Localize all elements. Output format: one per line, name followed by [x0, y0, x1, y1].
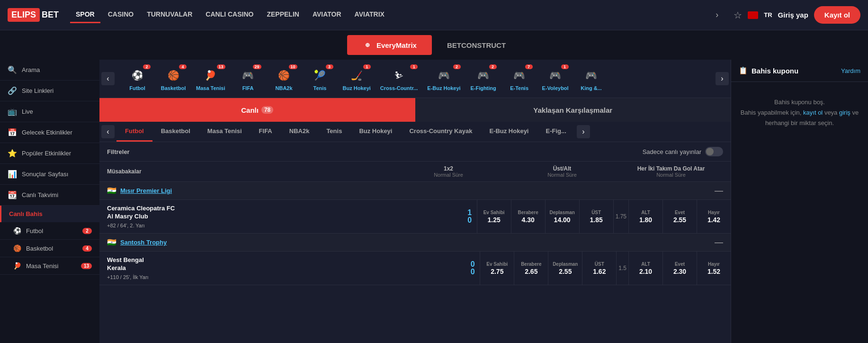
sport-icon-2[interactable]: 13🏓Masa Tenisi [192, 64, 229, 93]
nav-item-casino[interactable]: CASINO [102, 7, 139, 23]
ust-label-0: ÜST [591, 210, 601, 215]
sport-tab-futbol[interactable]: Futbol [116, 122, 152, 142]
toggle-switch[interactable] [705, 147, 723, 156]
sport-icon-0[interactable]: 2⚽Futbol [120, 64, 154, 93]
sidebar-item-sitelinks[interactable]: 🔗 Site Linkleri [0, 81, 99, 101]
sport-tab-fifa[interactable]: FIFA [251, 122, 281, 142]
sport-tab-tenis[interactable]: Tenis [318, 122, 350, 142]
basketbol-icon: 🏀 [13, 244, 21, 252]
sport-icon-badge-9: 2 [489, 64, 497, 69]
sidebar-live-label: Live [22, 108, 33, 115]
odds-berabere-0[interactable]: Berabere 4.30 [511, 200, 545, 233]
sport-tab-next-arrow[interactable]: › [577, 125, 590, 138]
betslip-register-link[interactable]: kayıt ol [803, 109, 823, 116]
nav-item-aviatrix[interactable]: AVIATRIX [349, 7, 390, 23]
league-0-name[interactable]: Mısır Premier Ligi [120, 187, 172, 194]
provider-tab-betconstruct[interactable]: BETCONSTRUCT [432, 36, 521, 54]
sport-icon-label-5: Tenis [313, 85, 327, 91]
nav-item-canli-casino[interactable]: CANLI CASINO [200, 7, 259, 23]
sport-icon-badge-3: 29 [253, 64, 261, 69]
nav-item-turnuvalar[interactable]: TURNUVALAR [141, 7, 198, 23]
provider-tab-everymatrix[interactable]: ⊕ EveryMatrix [347, 35, 432, 55]
sport-icon-4[interactable]: 10🏀NBA2k [267, 64, 301, 93]
language-label[interactable]: TR [764, 11, 772, 18]
sport-icon-8[interactable]: 2🎮E-Buz Hokeyi [423, 64, 464, 93]
sport-icon-emoji-7: ⛷ [390, 66, 408, 84]
sidebar-sitelinks-label: Site Linkleri [22, 87, 54, 94]
sport-icon-11[interactable]: 1🎮E-Voleybol [538, 64, 573, 93]
league-1-name[interactable]: Santosh Trophy [120, 239, 167, 246]
sidebar-item-results[interactable]: 📊 Sonuçlar Sayfası [0, 164, 99, 185]
sport-icon-10[interactable]: 7🎮E-Tenis [502, 64, 537, 93]
sport-icon-badge-6: 1 [363, 64, 371, 69]
sidebar-item-upcoming[interactable]: 📅 Gelecek Etkinlikler [0, 122, 99, 143]
sport-icon-emoji-8: 🎮 [435, 66, 453, 84]
match-row-1: West Bengal Kerala +110 / 25', İlk Yarı … [99, 252, 731, 285]
sport-icons-prev-arrow[interactable]: ‹ [101, 72, 115, 85]
league-0-collapse[interactable]: — [715, 186, 723, 196]
odds-deplasman-0[interactable]: Deplasman 14.00 [545, 200, 579, 233]
odds-evet-0[interactable]: Evet 2.55 [662, 200, 697, 233]
sidebar-item-popular[interactable]: ⭐ Popüler Etkinlikler [0, 143, 99, 164]
match-1-time: +110 / 25', İlk Yarı [107, 274, 458, 280]
sport-icon-9[interactable]: 2🎮E-Fighting [466, 64, 501, 93]
ust-val-1: 1.62 [593, 268, 606, 275]
league-1-collapse[interactable]: — [715, 237, 723, 247]
sport-tab-masatenisi[interactable]: Masa Tenisi [199, 122, 251, 142]
sport-icons-next-arrow[interactable]: › [716, 72, 729, 85]
sport-tab-ebuzhokeyi[interactable]: E-Buz Hokeyi [481, 122, 537, 142]
favorites-icon[interactable]: ☆ [734, 9, 742, 21]
odds-ev-sahibi-0[interactable]: Ev Sahibi 1.25 [477, 200, 511, 233]
odds-evet-1[interactable]: Evet 2.30 [662, 252, 697, 285]
sport-tab-efig[interactable]: E-Fig... [537, 122, 574, 142]
odds-mid-1: 1.5 [616, 252, 628, 285]
sport-icon-12[interactable]: 🎮King &... [574, 64, 608, 93]
sport-tab-buzhokeyi[interactable]: Buz Hokeyi [350, 122, 401, 142]
login-button[interactable]: Giriş yap [778, 11, 808, 19]
odds-alt-1[interactable]: ALT 2.10 [628, 252, 662, 285]
sport-tab-prev-arrow[interactable]: ‹ [101, 125, 115, 138]
tab-canli[interactable]: Canlı 78 [99, 98, 415, 122]
sport-icon-7[interactable]: 1⛷Cross-Countr... [376, 64, 421, 93]
odds-ust-0[interactable]: ÜST 1.85 [579, 200, 613, 233]
sport-icon-emoji-6: 🏒 [348, 66, 366, 84]
sport-icon-3[interactable]: 29🎮FIFA [231, 64, 265, 93]
sport-tab-basketbol[interactable]: Basketbol [152, 122, 199, 142]
th-col1-title: 1x2 [444, 165, 453, 172]
flag-icon [748, 11, 758, 19]
sport-icon-5[interactable]: 3🎾Tenis [303, 64, 337, 93]
toggle-knob [706, 148, 714, 155]
register-button[interactable]: Kayıt ol [814, 6, 860, 24]
sidebar-subitem-basketbol[interactable]: 🏀 Basketbol 4 [0, 240, 99, 257]
sidebar-item-live[interactable]: 📺 Live [0, 101, 99, 122]
sidebar-item-search[interactable]: 🔍 Arama [0, 60, 99, 81]
odds-hayir-0[interactable]: Hayır 1.42 [697, 200, 731, 233]
live-streams-toggle[interactable]: Sadece canlı yayınlar [643, 147, 723, 156]
sport-tab-nba2k[interactable]: NBA2k [281, 122, 318, 142]
betslip-help-link[interactable]: Yardım [841, 67, 860, 74]
sidebar-item-calendar[interactable]: 📆 Canlı Takvimi [0, 185, 99, 206]
nav-next-arrow[interactable]: › [712, 10, 722, 20]
sidebar-subitem-masatenisi[interactable]: 🏓 Masa Tenisi 13 [0, 257, 99, 275]
sport-icon-label-6: Buz Hokeyi [343, 85, 371, 91]
odds-alt-0[interactable]: ALT 1.80 [628, 200, 662, 233]
sport-icon-badge-5: 3 [326, 64, 333, 69]
ev-sahibi-val-0: 1.25 [488, 216, 501, 224]
odds-ust-1[interactable]: ÜST 1.62 [582, 252, 616, 285]
sport-icon-label-0: Futbol [129, 85, 145, 91]
sport-icon-6[interactable]: 1🏒Buz Hokeyi [339, 64, 375, 93]
nav-item-zeppelin[interactable]: ZEPPELIN [261, 7, 304, 23]
odds-berabere-1[interactable]: Berabere 2.65 [514, 252, 548, 285]
alt-val-1: 2.10 [639, 268, 652, 275]
odds-deplasman-1[interactable]: Deplasman 2.55 [548, 252, 582, 285]
betslip-login-link[interactable]: giriş [839, 109, 850, 116]
odds-hayir-1[interactable]: Hayır 1.52 [697, 252, 731, 285]
nav-item-spor[interactable]: SPOR [70, 7, 100, 23]
nav-item-aviator[interactable]: AVIATOR [307, 7, 347, 23]
ev-sahibi-val-1: 2.75 [491, 268, 503, 275]
odds-ev-sahibi-1[interactable]: Ev Sahibi 2.75 [480, 252, 514, 285]
sport-tab-crosscountry[interactable]: Cross-Country Kayak [401, 122, 481, 142]
tab-yaklasan[interactable]: Yaklaşan Karşılaşmalar [415, 98, 731, 122]
sidebar-subitem-futbol[interactable]: ⚽ Futbol 2 [0, 222, 99, 240]
sport-icon-1[interactable]: 4🏀Basketbol [156, 64, 190, 93]
